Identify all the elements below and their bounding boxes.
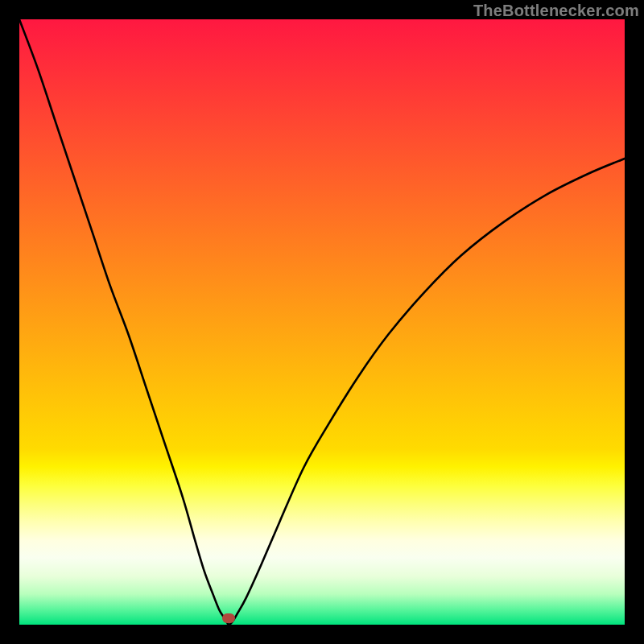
watermark-text: TheBottlenecker.com xyxy=(473,2,639,20)
minimum-marker xyxy=(222,613,235,623)
chart-frame: TheBottlenecker.com xyxy=(0,0,644,644)
plot-area xyxy=(19,19,625,625)
curve-layer xyxy=(19,19,625,625)
bottleneck-curve xyxy=(19,19,625,625)
